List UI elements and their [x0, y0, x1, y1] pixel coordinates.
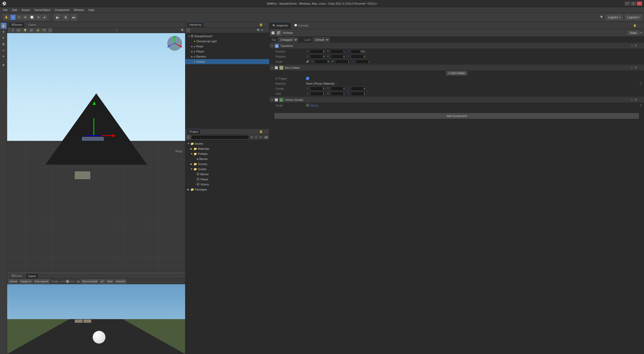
collider-active-check[interactable]: ✓ [275, 66, 278, 69]
step-button[interactable]: ⏭ [70, 14, 77, 21]
transform-all-btn[interactable]: ✦ [1, 53, 6, 59]
scene-orientation-gizmo[interactable]: Y X Z [167, 35, 183, 52]
scene-tab[interactable]: 🎬 Scene [9, 22, 24, 28]
scene-tab-game[interactable]: 🎬 Scene [9, 273, 24, 279]
center-y-input[interactable] [331, 87, 346, 91]
project-item-barrier-prefab[interactable]: ◈ Barrier [185, 156, 269, 161]
hierarchy-item-road[interactable]: ▶ ◈ Road [185, 44, 269, 49]
project-menu[interactable]: ⋮ [264, 130, 267, 133]
project-item-scripts[interactable]: ▼ 📁 Scripts [185, 167, 269, 172]
search-icon[interactable]: 🔍 [600, 16, 604, 19]
scale-tool-btn[interactable]: ⊞ [1, 41, 6, 47]
game-viewport[interactable] [7, 284, 185, 354]
select-tool-btn[interactable]: ✋ [1, 23, 6, 29]
script-menu-btn[interactable]: ⋮ [639, 98, 642, 101]
audio-btn[interactable]: 🔊 [29, 28, 34, 33]
display-btn[interactable]: Display 1 ▾ [19, 279, 33, 284]
project-list-btn[interactable]: ☰ [254, 135, 258, 139]
project-item-materials[interactable]: ▶ 📁 Materials [185, 146, 269, 151]
size-z-input[interactable] [351, 92, 366, 96]
hierarchy-item-player[interactable]: ▶ ◈ Player [185, 49, 269, 54]
scale-slider[interactable] [60, 281, 75, 282]
camera-btn[interactable]: 📷 [42, 28, 47, 33]
scene-toolbar-menu[interactable]: ≡ [116, 29, 117, 32]
scene-panel-menu[interactable]: ⋮ [180, 23, 183, 26]
scale-z-input[interactable] [355, 60, 371, 64]
rot-y-input[interactable] [331, 55, 346, 59]
project-content[interactable]: ▼ 📁 Assets ▶ 📁 Materials ▼ 📁 Prefabs [185, 140, 269, 354]
rot-x-input[interactable] [310, 55, 325, 59]
script-help-btn[interactable]: ? [631, 98, 633, 101]
menu-help[interactable]: Help [86, 8, 96, 12]
custom-tool[interactable]: ◈ [42, 15, 47, 20]
rot-z-input[interactable] [351, 55, 366, 59]
pos-z-input[interactable] [351, 49, 366, 53]
script-value[interactable]: Victory [310, 104, 318, 107]
move-tool-btn[interactable]: ✛ [1, 29, 6, 35]
script-link-icon[interactable]: ⊙ [640, 104, 642, 107]
hierarchy-search[interactable]: 🔍 All [257, 29, 263, 32]
victory-script-header[interactable]: ▼ ✓ # Victory (Script) ? ⚙ ⋮ [269, 97, 644, 103]
hierarchy-item-victory[interactable]: ◈ Victory [185, 59, 269, 64]
hierarchy-tab[interactable]: Hierarchy [187, 22, 203, 28]
rect-tool-btn[interactable]: ▭ [1, 47, 6, 53]
scale-y-input[interactable] [335, 60, 350, 64]
script-settings-btn[interactable]: ⚙ [634, 98, 638, 101]
lighting-btn[interactable]: 💡 [22, 28, 28, 33]
scale-x-input[interactable] [315, 60, 330, 64]
project-item-scenes[interactable]: ▶ 📁 Scenes [185, 161, 269, 167]
static-dropdown-icon[interactable]: ▾ [641, 32, 642, 34]
game-tab-active[interactable]: Game [26, 273, 38, 279]
move-tool[interactable]: ✛ [10, 15, 16, 20]
collider-help-btn[interactable]: ? [631, 66, 633, 69]
pause-button[interactable]: ⏸ [62, 14, 69, 21]
project-tab[interactable]: Project [187, 129, 200, 134]
scale-lock-icon[interactable]: 🔗 [306, 60, 309, 63]
pos-x-input[interactable] [310, 49, 325, 53]
hierarchy-item-barriers[interactable]: ▶ ◈ Barriers [185, 54, 269, 59]
menu-assets[interactable]: Assets [20, 8, 32, 12]
center-x-input[interactable] [310, 87, 325, 91]
layout-button[interactable]: Layout ▾ [625, 15, 642, 20]
project-lock-btn[interactable]: 🔒 [259, 130, 263, 133]
2d-btn[interactable]: 2D [16, 28, 21, 33]
rotate-tool-btn[interactable]: ↻ [1, 35, 6, 41]
gizmos-scene-btn[interactable]: ⊙ [48, 28, 52, 33]
project-item-player-script[interactable]: # Player [185, 177, 269, 182]
close-btn[interactable]: ✕ [637, 2, 642, 6]
gizmos-game-btn[interactable]: Gizmos ▾ [115, 279, 127, 284]
box-collider-header[interactable]: ▼ ✓ Box Collider ? ⚙ ⋮ [269, 65, 644, 71]
inspector-lock-btn[interactable]: 🔒 [633, 24, 637, 27]
game-tab[interactable]: Game [26, 22, 38, 28]
hierarchy-item-dirlight[interactable]: ☀ Directional Light [185, 39, 269, 44]
hierarchy-content[interactable]: ▼ 🎬 SampleScene* ☀ Directional Light ▶ ◈ [185, 33, 269, 129]
window-controls[interactable]: ─ □ ✕ [625, 2, 642, 6]
hand-tool[interactable]: ✋ [3, 15, 10, 20]
project-item-assets[interactable]: ▼ 📁 Assets [185, 141, 269, 146]
maximize-btn[interactable]: □ [631, 2, 636, 6]
hierarchy-item-scene[interactable]: ▼ 🎬 SampleScene* [185, 34, 269, 39]
console-tab[interactable]: 💬 Console [291, 22, 311, 29]
pos-y-input[interactable] [331, 49, 346, 53]
project-view-btn[interactable]: ⊞ [250, 135, 253, 139]
size-y-input[interactable] [331, 92, 346, 96]
game-panel-menu[interactable]: ⋮ [180, 274, 183, 278]
stats-btn[interactable]: Stats [106, 279, 114, 284]
project-item-packages[interactable]: ▶ 📁 Packages [185, 187, 269, 192]
play-focused-btn[interactable]: Play Focused ▾ [81, 279, 99, 284]
effects-btn[interactable]: ✨ [35, 28, 40, 33]
project-search-input[interactable] [191, 135, 249, 139]
layers-button[interactable]: Layers ▾ [606, 15, 623, 20]
play-button[interactable]: ▶ [54, 14, 61, 21]
hierarchy-lock-btn[interactable]: 🔒 [259, 23, 263, 26]
collider-settings-btn[interactable]: ⚙ [634, 66, 638, 69]
transform-header[interactable]: ▼ Transform ? ⚙ ⋮ [269, 43, 644, 49]
transform-tool[interactable]: ⊕ [36, 15, 41, 20]
project-favor-btn[interactable]: ★ [259, 135, 263, 139]
transform-settings-btn[interactable]: ⚙ [634, 44, 638, 47]
inspector-tab[interactable]: 🔍 Inspector [269, 22, 291, 29]
audio-game-btn[interactable]: 🔊 [100, 279, 105, 284]
hierarchy-menu[interactable]: ⋮ [264, 23, 267, 26]
transform-menu-btn[interactable]: ⋮ [639, 44, 642, 47]
inspector-menu-btn[interactable]: ⋮ [638, 24, 642, 27]
